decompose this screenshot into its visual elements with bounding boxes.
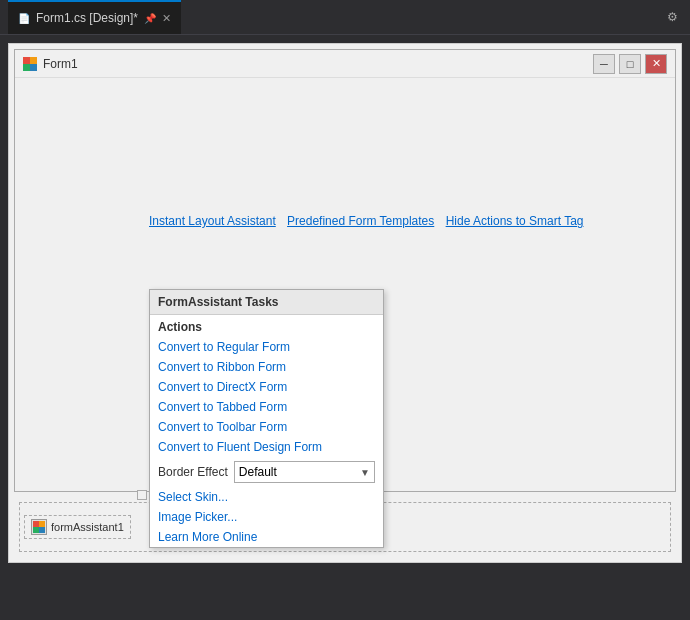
separator1 [280, 214, 283, 228]
component-icon [31, 519, 47, 535]
separator2 [438, 214, 441, 228]
svg-rect-5 [39, 521, 45, 527]
border-effect-value: Default [239, 465, 277, 479]
instant-layout-link[interactable]: Instant Layout Assistant [149, 214, 276, 228]
form-app-icon [23, 57, 37, 71]
form-title-text: Form1 [43, 57, 593, 71]
maximize-button[interactable]: □ [619, 54, 641, 74]
close-tab-button[interactable]: ✕ [162, 12, 171, 25]
select-skin-link[interactable]: Select Skin... [150, 487, 383, 507]
form-assistant-component[interactable]: formAssistant1 [24, 515, 131, 539]
component-name: formAssistant1 [51, 521, 124, 533]
dropdown-arrow-icon: ▼ [360, 467, 370, 478]
resize-handle[interactable] [137, 490, 147, 500]
form-window-controls: ─ □ ✕ [593, 54, 667, 74]
tab-form1[interactable]: 📄 Form1.cs [Design]* 📌 ✕ [8, 0, 181, 34]
learn-more-link[interactable]: Learn More Online [150, 527, 383, 547]
convert-toolbar-link[interactable]: Convert to Toolbar Form [150, 417, 383, 437]
smart-tag-links: Instant Layout Assistant Predefined Form… [149, 214, 587, 228]
predefined-templates-link[interactable]: Predefined Form Templates [287, 214, 434, 228]
convert-directx-link[interactable]: Convert to DirectX Form [150, 377, 383, 397]
svg-rect-2 [23, 64, 30, 71]
hide-actions-link[interactable]: Hide Actions to Smart Tag [446, 214, 584, 228]
settings-icon[interactable]: ⚙ [663, 8, 682, 26]
image-picker-link[interactable]: Image Picker... [150, 507, 383, 527]
tab-icon: 📄 [18, 13, 30, 24]
convert-ribbon-link[interactable]: Convert to Ribbon Form [150, 357, 383, 377]
pin-icon[interactable]: 📌 [144, 13, 156, 24]
title-bar-actions: ⚙ [663, 8, 682, 26]
tab-label: Form1.cs [Design]* [36, 11, 138, 25]
border-effect-row: Border Effect Default ▼ [150, 457, 383, 487]
svg-rect-1 [30, 57, 37, 64]
svg-rect-7 [39, 527, 45, 533]
svg-rect-0 [23, 57, 30, 64]
design-area: Form1 ─ □ ✕ Instant Layout Assistant Pre… [8, 43, 682, 563]
close-button[interactable]: ✕ [645, 54, 667, 74]
actions-section-label: Actions [150, 315, 383, 337]
svg-rect-4 [33, 521, 39, 527]
convert-tabbed-link[interactable]: Convert to Tabbed Form [150, 397, 383, 417]
convert-regular-link[interactable]: Convert to Regular Form [150, 337, 383, 357]
title-bar: 📄 Form1.cs [Design]* 📌 ✕ ⚙ [0, 0, 690, 35]
minimize-button[interactable]: ─ [593, 54, 615, 74]
svg-rect-6 [33, 527, 39, 533]
form-assistant-popup: FormAssistant Tasks Actions Convert to R… [149, 289, 384, 548]
border-effect-select[interactable]: Default ▼ [234, 461, 375, 483]
svg-rect-3 [30, 64, 37, 71]
popup-header: FormAssistant Tasks [150, 290, 383, 315]
convert-fluent-link[interactable]: Convert to Fluent Design Form [150, 437, 383, 457]
border-effect-label: Border Effect [158, 465, 228, 479]
form-title-bar: Form1 ─ □ ✕ [15, 50, 675, 78]
